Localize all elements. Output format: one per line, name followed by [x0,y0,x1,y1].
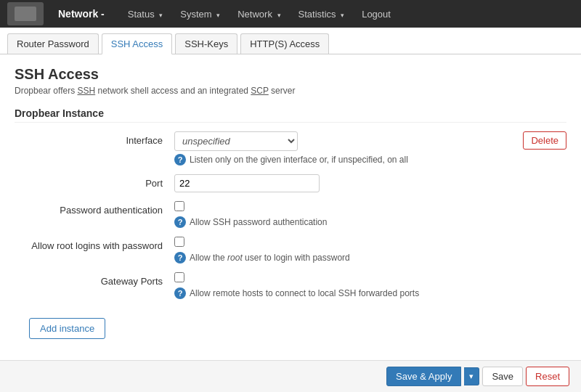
system-arrow: ▾ [216,12,220,19]
gateway-ports-label: Gateway Ports [29,272,174,287]
password-auth-checkbox[interactable] [174,201,184,211]
save-apply-button[interactable]: Save & Apply [386,367,461,386]
tab-router-password[interactable]: Router Password [7,33,99,54]
add-instance-button[interactable]: Add instance [29,318,105,339]
gateway-ports-row: Gateway Ports ? Allow remote hosts to co… [15,272,566,299]
gateway-ports-help-icon: ? [174,287,186,299]
gateway-ports-checkbox[interactable] [174,272,184,282]
nav-logo [7,2,44,25]
interface-select[interactable]: unspecified [174,131,298,151]
nav-item-logout[interactable]: Logout [353,3,399,25]
interface-help-icon: ? [174,154,186,166]
password-auth-help-text: Allow SSH password authentication [190,217,327,227]
statistics-arrow: ▾ [341,12,344,19]
tab-ssh-keys[interactable]: SSH-Keys [175,33,237,54]
password-auth-row: Password authentication ? Allow SSH pass… [15,201,566,228]
nav-item-system[interactable]: System ▾ [171,3,229,25]
password-auth-help: ? Allow SSH password authentication [174,216,566,228]
main-content: SSH Access Dropbear offers SSH network s… [0,54,581,361]
interface-label: Interface [29,131,174,146]
root-login-label: Allow root logins with password [29,237,174,251]
password-auth-control: ? Allow SSH password authentication [174,201,566,228]
delete-button[interactable]: Delete [523,131,566,150]
interface-row: Interface unspecified ? Listen only on t… [15,131,566,166]
save-apply-dropdown-button[interactable]: ▾ [464,367,479,385]
nav-item-network[interactable]: Network ▾ [229,3,289,25]
root-login-help-text: Allow the root user to login with passwo… [190,253,350,263]
root-login-row: Allow root logins with password ? Allow … [15,237,566,264]
page-description: Dropbear offers SSH network shell access… [15,86,566,96]
gateway-ports-control: ? Allow remote hosts to connect to local… [174,272,566,299]
top-nav: Network - Status ▾ System ▾ Network ▾ St… [0,0,581,28]
network-arrow: ▾ [277,12,281,19]
password-auth-help-icon: ? [174,216,186,228]
section-title: Dropbear Instance [15,107,566,123]
root-login-help: ? Allow the root user to login with pass… [174,252,566,264]
gateway-ports-help-text: Allow remote hosts to connect to local S… [190,288,419,298]
nav-item-status[interactable]: Status ▾ [119,3,171,25]
scp-text: SCP [251,86,268,96]
root-login-help-icon: ? [174,252,186,264]
nav-item-statistics[interactable]: Statistics ▾ [290,3,354,25]
tab-bar: Router Password SSH Access SSH-Keys HTTP… [0,28,581,54]
ssh-text2: SSH [213,217,231,227]
root-login-checkbox[interactable] [174,237,184,247]
reset-button[interactable]: Reset [526,367,569,386]
tab-https-access[interactable]: HTTP(S) Access [240,33,329,54]
footer: Save & Apply ▾ Save Reset [0,360,581,392]
svg-rect-0 [15,7,36,21]
root-login-control: ? Allow the root user to login with pass… [174,237,566,264]
form-section: Delete Interface unspecified ? Listen on… [15,131,566,299]
nav-menu: Status ▾ System ▾ Network ▾ Statistics ▾… [119,3,399,25]
gateway-ports-help: ? Allow remote hosts to connect to local… [174,287,566,299]
save-button[interactable]: Save [482,367,523,386]
nav-title: Network - [58,8,105,20]
password-auth-label: Password authentication [29,201,174,216]
port-label: Port [29,174,174,189]
port-row: Port [15,174,566,192]
interface-control: unspecified ? Listen only on the given i… [174,131,566,166]
interface-help-text: Listen only on the given interface or, i… [190,155,408,165]
tab-ssh-access[interactable]: SSH Access [102,33,173,54]
ssh-text: SSH [78,86,96,96]
port-input[interactable] [174,174,320,192]
page-title: SSH Access [15,66,566,83]
port-control [174,174,566,192]
interface-help: ? Listen only on the given interface or,… [174,154,566,166]
status-arrow: ▾ [159,12,163,19]
